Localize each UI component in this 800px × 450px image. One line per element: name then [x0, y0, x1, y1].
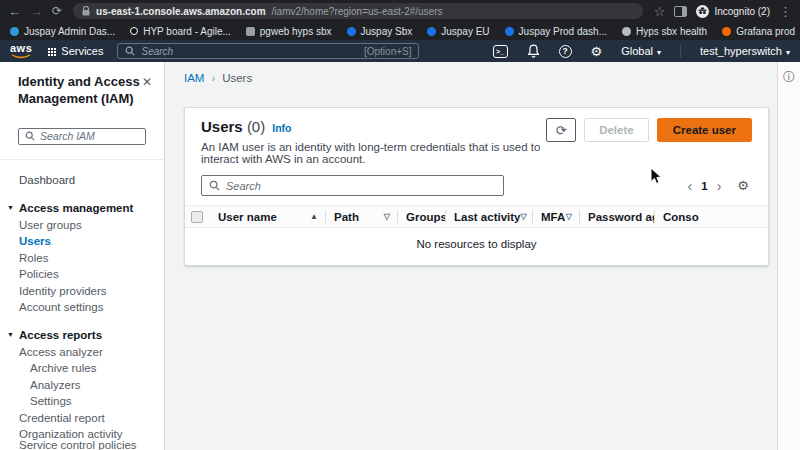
delete-button[interactable]: Delete [584, 118, 649, 142]
bookmark-item[interactable]: Grafana prod [722, 26, 795, 37]
bookmark-label: Grafana prod [736, 26, 795, 37]
info-link[interactable]: Info [272, 122, 291, 134]
pagination-prev-icon[interactable]: ‹ [688, 179, 693, 193]
incognito-avatar-icon [696, 5, 709, 18]
sort-ascending-icon: ▲ [310, 212, 318, 221]
sidebar-item-account-settings[interactable]: Account settings [0, 299, 164, 316]
sidebar-item-access-analyzer[interactable]: Access analyzer [0, 343, 164, 360]
column-label: Password age [588, 211, 654, 223]
column-label: Last activity [454, 211, 520, 223]
column-header-path[interactable]: Path▽ [325, 206, 397, 227]
table-search[interactable] [201, 175, 504, 196]
chevron-down-icon: ▼ [7, 204, 14, 211]
refresh-button[interactable]: ⟳ [546, 118, 576, 142]
column-header-console[interactable]: Conso [654, 206, 768, 227]
sidebar-section-access-management[interactable]: ▼ Access management [0, 199, 164, 216]
sidebar-item-archive-rules[interactable]: Archive rules [0, 360, 164, 377]
account-menu[interactable]: test_hyperswitch▾ [700, 45, 790, 57]
sidebar-search-input[interactable] [40, 130, 139, 142]
sidebar-item-analyzers[interactable]: Analyzers [0, 376, 164, 393]
table-search-input[interactable] [226, 180, 496, 192]
settings-gear-icon[interactable]: ⚙ [591, 45, 603, 58]
aws-logo-text: aws [10, 43, 32, 54]
bookmark-favicon [505, 27, 514, 36]
card-description: An IAM user is an identity with long-ter… [201, 141, 546, 165]
forward-icon[interactable]: → [30, 5, 43, 18]
filter-icon[interactable]: ▽ [384, 212, 390, 221]
column-label: Conso [663, 211, 699, 223]
sidebar-title: Identity and Access Management (IAM) [18, 74, 142, 108]
sidebar-item-user-groups[interactable]: User groups [0, 216, 164, 233]
sidebar-item-roles[interactable]: Roles [0, 249, 164, 266]
region-label: Global [621, 45, 653, 57]
select-all-checkbox[interactable] [191, 211, 203, 223]
address-bar[interactable]: us-east-1.console.aws.amazon.com/iamv2/h… [73, 3, 643, 19]
reload-icon[interactable]: ⟳ [52, 5, 62, 17]
table-header-row: User name▲ Path▽ Groups▽ Last activity▽ … [185, 205, 768, 228]
column-header-last-activity[interactable]: Last activity▽ [445, 206, 532, 227]
browser-menu-icon[interactable]: ⋮ [779, 5, 792, 18]
sidebar-item-settings[interactable]: Settings [0, 393, 164, 410]
bookmark-item[interactable]: Hyps sbx health [622, 26, 707, 37]
breadcrumb-current: Users [222, 72, 252, 84]
page-title: Users [201, 118, 243, 135]
sidebar-search[interactable] [18, 128, 146, 145]
table-settings-gear-icon[interactable]: ⚙ [737, 178, 749, 193]
users-count: (0) [247, 118, 265, 135]
bookmark-item[interactable]: Juspay Sbx [347, 26, 413, 37]
column-header-user-name[interactable]: User name▲ [209, 206, 325, 227]
sidebar-item-credential-report[interactable]: Credential report [0, 409, 164, 426]
nav-divider [680, 45, 681, 58]
cloudshell-icon[interactable]: >_ [493, 45, 508, 58]
main-content: IAM › Users Users (0)Info An IAM user is… [166, 62, 776, 450]
bookmark-item[interactable]: HYP board - Agile... [130, 26, 231, 37]
bookmark-star-icon[interactable]: ☆ [654, 5, 666, 18]
incognito-profile[interactable]: Incognito (2) [696, 5, 770, 18]
aws-top-nav: aws Services [Option+S] >_ ? ⚙ Global▾ t… [0, 40, 800, 62]
column-header-groups[interactable]: Groups▽ [397, 206, 445, 227]
sidebar-item-scps[interactable]: Service control policies (SCPs) [0, 442, 164, 450]
users-card: Users (0)Info An IAM user is an identity… [184, 107, 769, 266]
page-number[interactable]: 1 [701, 180, 707, 192]
incognito-label: Incognito (2) [714, 6, 770, 17]
bookmark-item[interactable]: Juspay EU [427, 26, 489, 37]
bookmark-item[interactable]: pgweb hyps sbx [246, 26, 332, 37]
bookmark-favicon [10, 27, 19, 36]
bookmark-favicon [246, 27, 255, 36]
sidebar-item-dashboard[interactable]: Dashboard [0, 172, 164, 189]
pagination-next-icon[interactable]: › [717, 179, 722, 193]
column-label: Path [334, 211, 359, 223]
side-panel-icon[interactable] [674, 6, 687, 17]
create-user-button[interactable]: Create user [657, 118, 752, 142]
filter-icon[interactable]: ▽ [520, 212, 526, 221]
sidebar-section-access-reports[interactable]: ▼ Access reports [0, 326, 164, 343]
bookmark-item[interactable]: Juspay Admin Das... [10, 26, 115, 37]
notifications-bell-icon[interactable] [527, 44, 540, 58]
sidebar-item-identity-providers[interactable]: Identity providers [0, 282, 164, 299]
column-label: Groups [406, 211, 445, 223]
nav-search-input[interactable] [141, 46, 357, 57]
filter-icon[interactable]: ▽ [566, 212, 572, 221]
bookmark-item[interactable]: Juspay Prod dash... [505, 26, 607, 37]
section-header-label: Access reports [19, 329, 102, 341]
services-menu[interactable]: Services [48, 45, 103, 57]
url-path: /iamv2/home?region=us-east-2#/users [272, 6, 443, 17]
help-icon[interactable]: ? [559, 45, 572, 58]
back-icon[interactable]: ← [8, 5, 21, 18]
column-header-password-age[interactable]: Password age▽ [579, 206, 654, 227]
breadcrumb-link-iam[interactable]: IAM [184, 72, 204, 84]
column-header-mfa[interactable]: MFA▽ [532, 206, 579, 227]
info-panel-toggle-icon[interactable]: ⓘ [783, 69, 795, 450]
nav-search[interactable]: [Option+S] [117, 43, 419, 59]
sidebar-item-users[interactable]: Users [0, 233, 164, 250]
empty-state-text: No resources to display [185, 228, 768, 259]
bookmark-label: pgweb hyps sbx [260, 26, 332, 37]
bookmark-label: HYP board - Agile... [143, 26, 231, 37]
search-shortcut-hint: [Option+S] [364, 46, 412, 57]
region-selector[interactable]: Global▾ [621, 45, 661, 57]
bookmark-label: Juspay EU [441, 26, 489, 37]
sidebar-item-policies[interactable]: Policies [0, 266, 164, 283]
close-icon[interactable]: ✕ [142, 75, 152, 108]
aws-logo[interactable]: aws [10, 43, 32, 59]
section-header-label: Access management [19, 202, 133, 214]
